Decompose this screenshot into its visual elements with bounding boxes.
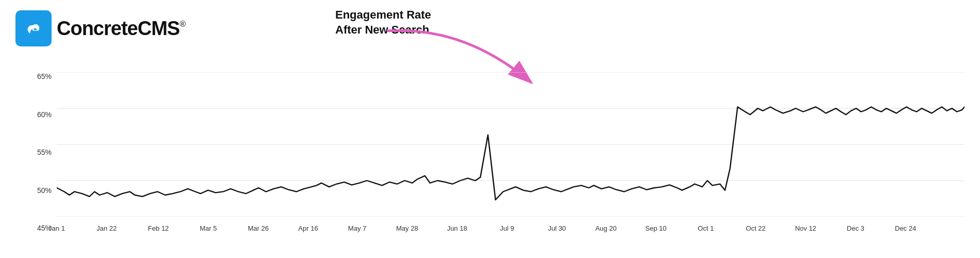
annotation-label: Engagement Rate After New Search xyxy=(335,8,431,37)
logo-icon: ☜ xyxy=(15,10,52,46)
x-label-may7: May 7 xyxy=(348,224,366,232)
chart-svg xyxy=(57,72,965,217)
x-axis: Jan 1 Jan 22 Feb 12 Mar 5 Mar 26 Apr 16 … xyxy=(57,217,965,232)
x-label-feb12: Feb 12 xyxy=(148,224,169,232)
x-label-aug20: Aug 20 xyxy=(595,224,616,232)
x-label-jan1: Jan 1 xyxy=(48,224,65,232)
y-label-60: 60% xyxy=(31,110,54,119)
x-label-jul30: Jul 30 xyxy=(548,224,566,232)
logo-text: ConcreteCMS® xyxy=(57,18,186,40)
y-label-50: 50% xyxy=(31,186,54,195)
page-container: ☜ ConcreteCMS® Engagement Rate After New… xyxy=(0,0,980,258)
x-label-mar26: Mar 26 xyxy=(248,224,268,232)
x-label-sep10: Sep 10 xyxy=(645,224,666,232)
y-label-65: 65% xyxy=(31,72,54,80)
x-label-dec3: Dec 3 xyxy=(847,224,864,232)
chart-inner xyxy=(57,72,965,217)
x-label-oct1: Oct 1 xyxy=(698,224,714,232)
x-label-mar5: Mar 5 xyxy=(200,224,217,232)
chart-area: 65% 60% 55% 50% 45% Jan 1 Jan 22 xyxy=(31,72,965,232)
x-label-nov12: Nov 12 xyxy=(795,224,816,232)
x-label-jun18: Jun 18 xyxy=(447,224,467,232)
x-label-jan22: Jan 22 xyxy=(96,224,117,232)
y-axis: 65% 60% 55% 50% 45% xyxy=(31,72,54,232)
x-label-may28: May 28 xyxy=(396,224,418,232)
logo-area: ☜ ConcreteCMS® xyxy=(15,10,186,46)
y-label-55: 55% xyxy=(31,148,54,156)
x-label-jul9: Jul 9 xyxy=(500,224,514,232)
svg-text:☜: ☜ xyxy=(28,22,39,35)
x-label-oct22: Oct 22 xyxy=(746,224,765,232)
x-label-dec24: Dec 24 xyxy=(895,224,916,232)
x-label-apr16: Apr 16 xyxy=(298,224,318,232)
